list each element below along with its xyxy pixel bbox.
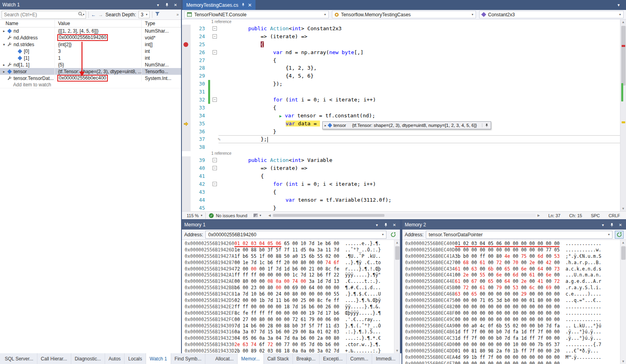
refresh-icon[interactable] [389, 231, 398, 239]
code-line[interactable]: 44 var tensor = tf.Variable(3112.0f); [182, 196, 620, 204]
tool-tab-diagnostic[interactable]: Diagnostic... [71, 353, 105, 364]
code-line[interactable]: 45 } [182, 204, 620, 211]
scroll-up-icon[interactable]: ▲ [394, 241, 400, 244]
memory1-scrollbar[interactable]: ▲ ▼ [394, 240, 400, 353]
fold-collapse-button[interactable]: − [213, 182, 217, 186]
tool-tab-allocat[interactable]: Allocat... [212, 353, 238, 364]
fold-collapse-button[interactable]: − [213, 50, 217, 55]
fold-collapse-button[interactable]: − [213, 97, 217, 102]
window-position-icon[interactable]: ▾ [374, 222, 380, 228]
expander-icon[interactable]: ▾ [2, 43, 6, 47]
search-options-chevron-icon[interactable]: ▾ [83, 13, 84, 16]
memory1-rows[interactable]: 0x000002556B19426001 02 03 04 05 06 65 0… [182, 241, 394, 353]
tab-memorytestingcases[interactable]: MemoryTestingCases.cs ✕ [183, 0, 255, 10]
search-input[interactable] [3, 12, 78, 18]
code-line[interactable]: 26− var nd = np.array(new byte[,] [182, 49, 620, 56]
fold-collapse-button[interactable]: − [213, 26, 217, 31]
code-line[interactable]: 42− for (int i = 0; i < iterate; i++) [182, 180, 620, 188]
tool-tab-immedi[interactable]: Immedi... [372, 353, 399, 364]
scroll-down-icon[interactable]: ▼ [394, 349, 400, 352]
editor-horizontal-scrollbar[interactable]: ◀ ▶ [268, 214, 540, 217]
code-line[interactable]: 25 { [182, 41, 620, 49]
memory1-titlebar[interactable]: Memory 1 ▾ ✕ [182, 220, 400, 230]
expander-icon[interactable]: ▸ [2, 70, 6, 74]
pin-icon[interactable] [608, 222, 615, 228]
watch-titlebar[interactable]: Watch 1 ▾ ✕ [0, 0, 181, 10]
watch-row[interactable]: [1]1int [0, 55, 181, 61]
scroll-left-icon[interactable]: ◀ [268, 214, 271, 217]
toolbar-overflow-button[interactable]: » [176, 12, 179, 17]
code-line[interactable]: 31 [182, 88, 620, 96]
memory2-titlebar[interactable]: Memory 2 ▾ ✕ [402, 220, 626, 230]
pin-icon[interactable] [164, 2, 170, 8]
column-header-type[interactable]: Type [142, 20, 181, 27]
hscroll-thumb[interactable] [273, 214, 384, 217]
editor-vertical-scrollbar[interactable]: ▲ ▼ [620, 19, 626, 211]
search-icon[interactable] [78, 12, 83, 18]
fold-collapse-button[interactable]: − [213, 166, 217, 170]
memory2-scrollbar[interactable]: ▲ ▼ [620, 240, 626, 364]
tool-tab-sql-server[interactable]: SQL Server... [1, 353, 37, 364]
pin-icon[interactable] [382, 222, 389, 228]
hscroll-track[interactable] [272, 214, 536, 217]
code-line[interactable]: 41 { [182, 172, 620, 180]
expander-icon[interactable]: ▸ [325, 124, 326, 127]
tool-tab-comm[interactable]: Comm... [347, 353, 372, 364]
expander-icon[interactable]: ▸ [2, 63, 6, 67]
tool-tab-breakp[interactable]: Breakp... [293, 353, 320, 364]
fold-collapse-button[interactable]: − [213, 34, 217, 39]
code-line[interactable]: 34 ▶ var tensor = tf.constant(nd); [182, 112, 620, 120]
code-line[interactable]: 39− public Action<int> Variable [182, 156, 620, 164]
scroll-up-icon[interactable]: ▲ [620, 241, 626, 244]
tool-tab-watch-1[interactable]: Watch 1 [146, 353, 171, 364]
scroll-down-icon[interactable]: ▼ [620, 207, 626, 210]
code-line[interactable]: 29 {4, 5, 6} [182, 72, 620, 80]
memory2-rows[interactable]: 0x000002556B0EC40001 02 03 04 05 06 00 0… [402, 241, 620, 364]
tab-pin-icon[interactable] [241, 2, 245, 8]
close-icon[interactable]: ✕ [617, 222, 624, 228]
memory2-address-combo[interactable]: tensor.TensorDataPointer ▾ [426, 231, 612, 239]
code-line[interactable]: 38 [182, 143, 620, 151]
column-header-name[interactable]: Name [0, 20, 55, 27]
tab-close-icon[interactable]: ✕ [248, 2, 252, 8]
code-area[interactable]: 1 reference23− public Action<int> Consta… [182, 19, 620, 211]
tool-tab-excepti[interactable]: Excepti... [320, 353, 347, 364]
code-line[interactable]: 37✎ }; [182, 135, 620, 143]
code-line[interactable]: 32− for (int i = 0; i < iterate; i++) [182, 96, 620, 104]
watch-row[interactable]: ▸nd[1, 1]{5}NumShar... [0, 61, 181, 68]
filter-icon[interactable] [155, 12, 160, 18]
search-prev-button[interactable]: ← [91, 12, 96, 17]
tool-tab-autos[interactable]: Autos [105, 353, 125, 364]
code-line[interactable]: 24− => (iterate) => [182, 33, 620, 41]
tool-tab-memor[interactable]: Memor... [238, 353, 264, 364]
scrollbar-thumb[interactable] [621, 26, 626, 86]
code-line[interactable]: 27 { [182, 56, 620, 64]
search-next-button[interactable]: → [98, 12, 103, 17]
tool-tab-output[interactable]: Output [400, 353, 402, 364]
refresh-icon[interactable] [615, 231, 624, 239]
class-dropdown[interactable]: Tensorflow.MemoryTestingCases ▾ [332, 11, 476, 18]
memory1-address-combo[interactable]: 0x000002556B194260 ▾ [205, 231, 386, 239]
codelens-references[interactable]: 1 reference [182, 151, 232, 156]
watch-row[interactable]: ▸tensor{tf.Tensor: shape=(2, 3), dtype=u… [0, 68, 181, 75]
watch-row[interactable]: [0]3int [0, 48, 181, 55]
fold-collapse-button[interactable]: − [213, 158, 217, 162]
document-list-chevron-icon[interactable]: ▼ [617, 3, 620, 7]
member-dropdown[interactable]: Constant2x3 ▾ [479, 11, 624, 18]
project-dropdown[interactable]: TensorFlowNET.Console ▾ [184, 11, 329, 18]
codelens-references[interactable]: 1 reference [182, 19, 232, 25]
breakpoint-icon[interactable] [183, 42, 188, 47]
column-header-value[interactable]: Value [55, 20, 142, 27]
window-position-icon[interactable]: ▾ [600, 222, 606, 228]
scroll-up-icon[interactable]: ▲ [620, 20, 626, 24]
watch-row[interactable]: nd.Address0x000002556b194260void* [0, 34, 181, 41]
code-line[interactable]: 40− => (iterate) => [182, 164, 620, 172]
tool-tab-call-stack[interactable]: Call Stack [264, 353, 293, 364]
tool-tab-find-symb[interactable]: Find Symb... [171, 353, 205, 364]
close-icon[interactable]: ✕ [391, 222, 398, 228]
code-cleanup-button[interactable]: ▾ [250, 214, 264, 217]
pin-icon[interactable] [482, 123, 489, 127]
code-line[interactable]: 35 var data = ▸tensor{tf.Tensor: shape=(… [182, 120, 620, 128]
search-depth-select[interactable]: 3 ▾ [138, 11, 150, 18]
document-health-indicator[interactable]: ✓ No issues found [206, 213, 250, 218]
